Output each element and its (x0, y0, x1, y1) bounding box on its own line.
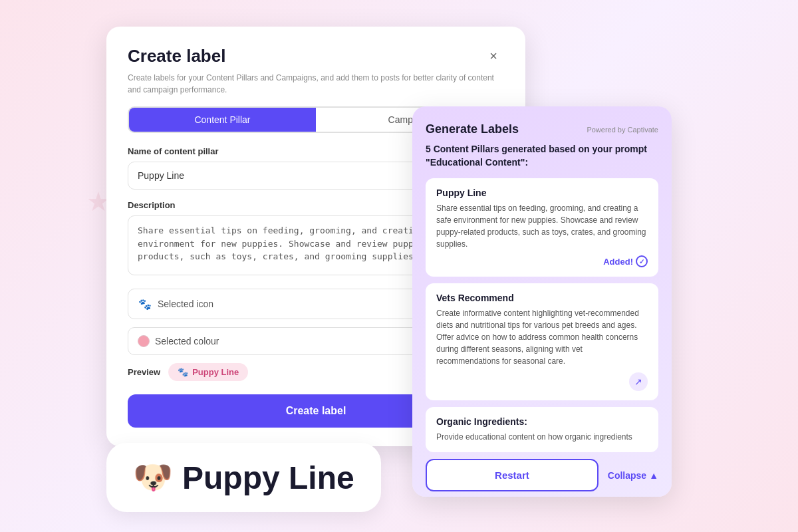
added-badge: Added! ✓ (436, 255, 648, 267)
preview-badge-emoji: 🐾 (178, 367, 188, 377)
modal-subtitle: Create labels for your Content Pillars a… (106, 66, 525, 106)
generate-labels-panel: Generate Labels Powered by Captivate 5 C… (412, 106, 672, 497)
restart-button[interactable]: Restart (426, 459, 598, 491)
big-preview-emoji: 🐶 (133, 459, 173, 496)
gen-card-text-2: Create informative content highlighting … (436, 307, 648, 367)
preview-label: Preview (128, 367, 160, 377)
colour-swatch (138, 335, 150, 347)
gen-card-text-1: Share essential tips on feeding, groomin… (436, 202, 648, 250)
selected-icon-emoji: 🐾 (138, 297, 152, 311)
modal-title: Create label (128, 46, 225, 66)
added-check-icon: ✓ (636, 255, 648, 267)
gen-card-text-3: Provide educational content on how organ… (436, 431, 648, 443)
collapse-button[interactable]: Collapse ▲ (598, 461, 658, 490)
gen-title: Generate Labels (426, 122, 519, 136)
page-container: ★ ★ ★ Create label × Create labels for y… (0, 0, 798, 532)
gen-card-action-2: ↗ (436, 372, 648, 391)
added-label: Added! (603, 257, 633, 267)
gen-header: Generate Labels Powered by Captivate (426, 122, 658, 136)
icon-dropdown-left: 🐾 Selected icon (138, 297, 213, 311)
gen-card-organic: Organic Ingredients: Provide educational… (426, 407, 658, 452)
modal-header: Create label × (106, 27, 525, 66)
tab-content-pillar[interactable]: Content Pillar (129, 108, 316, 132)
gen-card-title-1: Puppy Line (436, 188, 648, 198)
close-button[interactable]: × (483, 45, 504, 66)
powered-by-label: Powered by Captivate (587, 126, 658, 134)
icon-dropdown-label: Selected icon (158, 299, 213, 309)
gen-bottom-actions: Restart Collapse ▲ (426, 459, 658, 497)
gen-card-title-3: Organic Ingredients: (436, 416, 648, 427)
preview-badge-text: Puppy Line (192, 367, 239, 377)
big-preview-text: Puppy Line (182, 460, 354, 496)
gen-card-vets-recommend: Vets Recommend Create informative conten… (426, 283, 658, 400)
colour-dropdown-label: Selected colour (155, 336, 219, 346)
gen-subtitle: 5 Content Pillars generated based on you… (426, 143, 658, 169)
gen-card-puppy-line: Puppy Line Share essential tips on feedi… (426, 178, 658, 277)
gen-card-title-2: Vets Recommend (436, 293, 648, 303)
big-preview: 🐶 Puppy Line (106, 443, 381, 512)
collapse-label: Collapse (608, 470, 646, 481)
collapse-chevron-icon: ▲ (649, 470, 658, 481)
preview-badge: 🐾 Puppy Line (168, 363, 248, 381)
add-vets-button[interactable]: ↗ (629, 372, 648, 391)
colour-dropdown-left: Selected colour (138, 335, 219, 347)
